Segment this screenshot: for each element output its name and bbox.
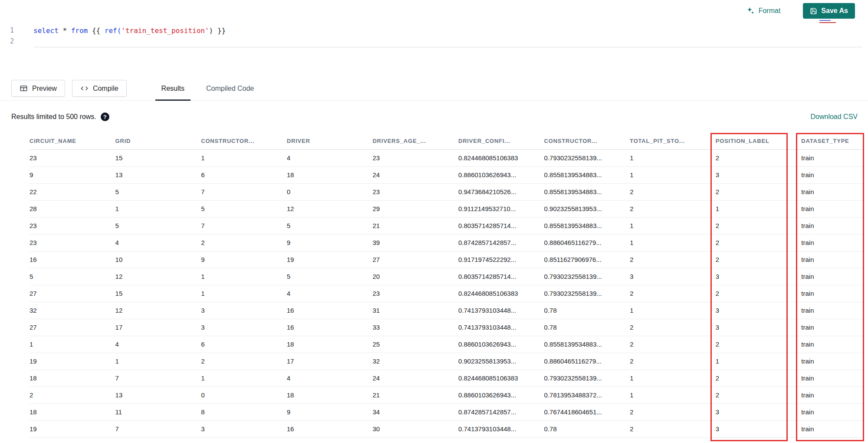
code-line-2: 2 xyxy=(0,36,868,47)
compile-button[interactable]: Compile xyxy=(72,80,127,97)
tab-compiled-code[interactable]: Compiled Code xyxy=(205,76,255,100)
table-cell: 18 xyxy=(287,336,373,353)
table-cell: 3 xyxy=(201,319,287,336)
table-cell: 0.9171974522292... xyxy=(458,251,544,268)
table-cell: 2 xyxy=(716,234,802,251)
table-cell: 2 xyxy=(630,251,716,268)
table-cell: 0.78 xyxy=(544,420,630,437)
column-header: POSITION_LABEL xyxy=(716,133,802,149)
table-cell: 4 xyxy=(287,370,373,387)
table-row: 271514230.8244680851063830.7930232558139… xyxy=(30,285,863,302)
table-cell: 0.8860103626943... xyxy=(458,166,544,183)
table-cell: 7 xyxy=(115,420,201,437)
editor-cursor-line-rule xyxy=(33,47,862,47)
table-cell: 23 xyxy=(30,149,115,166)
table-cell: 18 xyxy=(30,370,115,387)
table-cell: 2 xyxy=(716,370,802,387)
table-cell: 0.9023255813953... xyxy=(544,200,630,217)
table-row: 281512290.9112149532710...0.902325581395… xyxy=(30,200,863,217)
table-cell: train xyxy=(801,217,863,234)
column-header: CONSTRUCTOR... xyxy=(201,133,287,149)
table-cell: 2 xyxy=(630,200,716,217)
table-cell: 0.9023255813953... xyxy=(458,353,544,370)
table-row: 14618250.8860103626943...0.8558139534883… xyxy=(30,336,863,353)
table-cell: 1 xyxy=(630,217,716,234)
table-cell: 1 xyxy=(201,285,287,302)
table-cell: train xyxy=(801,302,863,319)
table-cell: 0.7813953488372... xyxy=(544,387,630,403)
table-cell: 27 xyxy=(30,285,115,302)
table-cell: 3 xyxy=(716,319,802,336)
table-cell: 3 xyxy=(201,302,287,319)
table-cell: 3 xyxy=(716,302,802,319)
table-cell: 0 xyxy=(287,183,373,200)
table-cell: 1 xyxy=(630,302,716,319)
table-cell: 0 xyxy=(201,387,287,403)
table-cell: 0.7930232558139... xyxy=(544,149,630,166)
table-cell: 2 xyxy=(201,353,287,370)
table-cell: 24 xyxy=(372,166,458,183)
table-cell: 3 xyxy=(716,166,802,183)
preview-button[interactable]: Preview xyxy=(11,80,65,97)
table-cell: 0.7930232558139... xyxy=(544,370,630,387)
table-cell: 2 xyxy=(716,217,802,234)
column-header: DATASET_TYPE xyxy=(801,133,863,149)
table-cell: 18 xyxy=(287,166,373,183)
table-cell: 0.8742857142857... xyxy=(458,403,544,420)
table-cell: 0.8558139534883... xyxy=(544,183,630,200)
table-cell: 5 xyxy=(115,217,201,234)
table-cell: train xyxy=(801,251,863,268)
format-button[interactable]: Format xyxy=(746,7,781,15)
table-cell: 3 xyxy=(201,420,287,437)
table-cell: train xyxy=(801,268,863,285)
table-cell: 0.8860465116279... xyxy=(544,234,630,251)
table-cell: 0.7930232558139... xyxy=(544,268,630,285)
results-pane-header: Preview Compile Results Compiled Code xyxy=(0,76,868,101)
table-cell: 0.78 xyxy=(544,319,630,336)
results-table: CIRCUIT_NAMEGRIDCONSTRUCTOR...DRIVERDRIV… xyxy=(30,133,863,438)
table-cell: 4 xyxy=(287,149,373,166)
table-cell: 2 xyxy=(30,387,115,403)
table-cell: 9 xyxy=(287,234,373,251)
table-cell: 18 xyxy=(30,403,115,420)
save-as-button[interactable]: Save As xyxy=(803,3,855,19)
table-cell: 0.8742857142857... xyxy=(458,234,544,251)
help-icon[interactable]: ? xyxy=(101,112,109,121)
table-cell: 24 xyxy=(372,370,458,387)
table-cell: train xyxy=(801,387,863,403)
table-cell: 1 xyxy=(630,387,716,403)
results-header-row: CIRCUIT_NAMEGRIDCONSTRUCTOR...DRIVERDRIV… xyxy=(30,133,863,149)
table-cell: 19 xyxy=(287,251,373,268)
tiny-text-artifact xyxy=(819,20,836,24)
sql-editor[interactable]: 1 select * from {{ ref('train_test_posit… xyxy=(0,22,868,76)
results-tabs: Results Compiled Code xyxy=(161,76,255,100)
table-cell: train xyxy=(801,403,863,420)
table-cell: train xyxy=(801,285,863,302)
table-cell: 0.824468085106383 xyxy=(458,370,544,387)
table-cell: 7 xyxy=(201,183,287,200)
tab-results[interactable]: Results xyxy=(161,76,185,100)
table-cell: train xyxy=(801,149,863,166)
table-cell: 9 xyxy=(30,166,115,183)
jinja-string: 'train_test_position' xyxy=(121,26,209,35)
table-cell: 0.8035714285714... xyxy=(458,217,544,234)
table-cell: 3 xyxy=(630,268,716,285)
table-cell: 33 xyxy=(372,319,458,336)
table-cell: 0.8558139534883... xyxy=(544,166,630,183)
table-cell: 1 xyxy=(201,370,287,387)
table-row: 213018210.8860103626943...0.781395348837… xyxy=(30,387,863,403)
table-row: 1610919270.9171974522292...0.85116279069… xyxy=(30,251,863,268)
table-cell: 31 xyxy=(372,302,458,319)
download-csv-link[interactable]: Download CSV xyxy=(811,113,858,121)
table-cell: 0.9112149532710... xyxy=(458,200,544,217)
table-cell: 1 xyxy=(201,268,287,285)
table-row: 22570230.9473684210526...0.8558139534883… xyxy=(30,183,863,200)
results-table-wrap: CIRCUIT_NAMEGRIDCONSTRUCTOR...DRIVERDRIV… xyxy=(0,133,868,438)
table-cell: 5 xyxy=(30,268,115,285)
table-cell: 5 xyxy=(115,183,201,200)
table-cell: 0.7413793103448... xyxy=(458,319,544,336)
table-cell: 4 xyxy=(115,234,201,251)
table-cell: 0.824468085106383 xyxy=(458,285,544,302)
line-number: 2 xyxy=(0,36,21,47)
table-cell: train xyxy=(801,166,863,183)
